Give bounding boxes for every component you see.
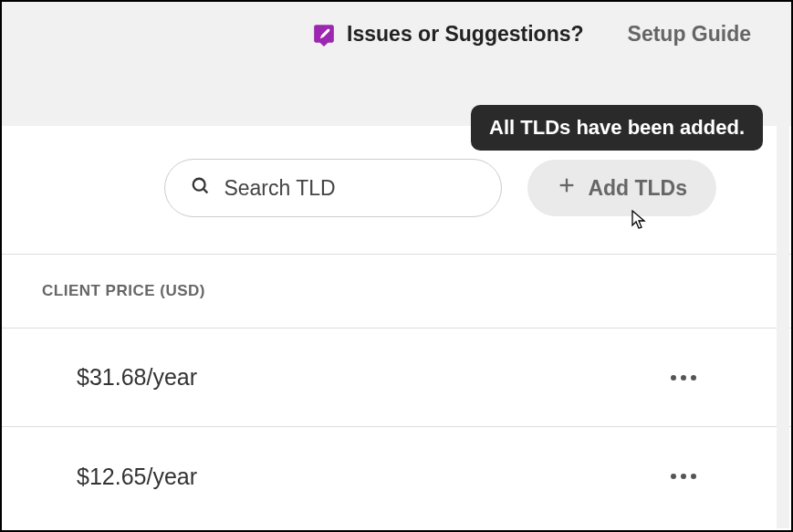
table-column-header: CLIENT PRICE (USD) — [2, 254, 791, 329]
add-tlds-button[interactable]: Add TLDs — [527, 160, 716, 216]
setup-guide-label: Setup Guide — [628, 22, 751, 46]
table-row: $12.65/year — [2, 427, 791, 526]
row-more-button[interactable] — [671, 474, 696, 479]
price-value: $12.65/year — [77, 464, 197, 490]
setup-guide-link[interactable]: Setup Guide — [628, 22, 751, 47]
table-row: $31.68/year — [2, 329, 791, 427]
plus-icon — [557, 175, 577, 201]
column-header-text: CLIENT PRICE (USD) — [42, 282, 205, 299]
vertical-scrollbar[interactable] — [777, 4, 789, 528]
tooltip-text: All TLDs have been added. — [489, 116, 745, 139]
search-tld-wrapper[interactable] — [164, 159, 502, 217]
search-input[interactable] — [224, 176, 493, 201]
more-icon — [671, 474, 696, 479]
row-more-button[interactable] — [671, 375, 696, 381]
svg-line-1 — [203, 189, 208, 193]
issues-suggestions-link[interactable]: Issues or Suggestions? — [312, 22, 583, 47]
search-icon — [191, 176, 211, 200]
tooltip: All TLDs have been added. — [471, 105, 763, 151]
add-tlds-label: Add TLDs — [588, 176, 687, 201]
feedback-icon — [312, 23, 336, 47]
svg-point-0 — [193, 179, 205, 191]
issues-label: Issues or Suggestions? — [347, 22, 583, 47]
price-value: $31.68/year — [77, 364, 197, 391]
more-icon — [671, 375, 696, 381]
